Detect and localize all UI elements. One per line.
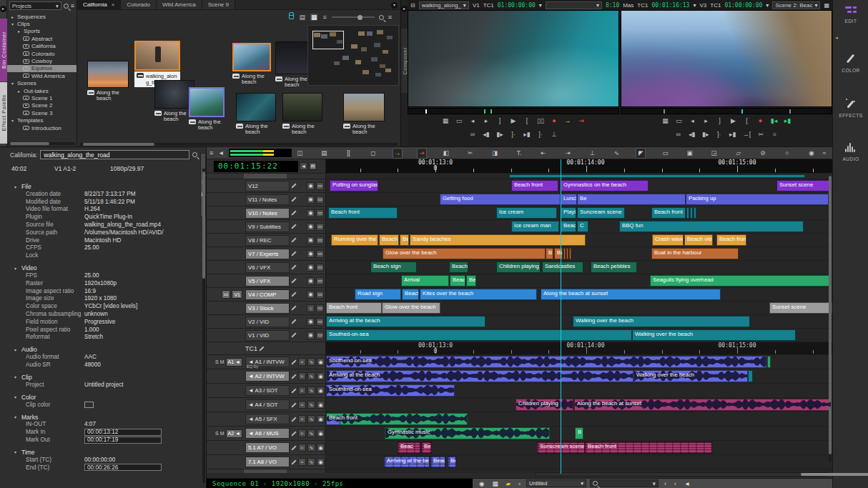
sidebar-item-introduction[interactable]: Introduction <box>7 124 77 131</box>
timeline-clip[interactable]: Children playing <box>516 399 573 411</box>
patch-box[interactable]: ▭ <box>222 290 231 299</box>
sidebar-item-wild-america[interactable]: Wild America <box>7 72 77 79</box>
timeline-clip[interactable]: Beach front <box>585 442 712 454</box>
sequence-dropdown[interactable]: Scene 2: Beac▾ <box>772 1 820 9</box>
timeline-clip[interactable] <box>569 248 571 259</box>
pencil-icon[interactable] <box>291 359 296 364</box>
tree-hscrollbar[interactable] <box>9 142 75 145</box>
pencil-icon[interactable] <box>291 319 296 324</box>
bin-tab-wild-america[interactable]: Wild America <box>157 0 202 9</box>
inspector-search-icon[interactable] <box>192 152 197 157</box>
record-track-icon[interactable]: ◉ <box>307 182 315 190</box>
record-transport-button[interactable]: ◂▮ <box>689 130 696 139</box>
monitor-track-icon[interactable]: ▭ <box>316 182 324 190</box>
patch-label[interactable]: M <box>220 431 225 436</box>
sidebar-item-clips[interactable]: ▾Clips <box>7 20 77 27</box>
record-track-icon[interactable]: ◉ <box>307 236 315 244</box>
timeline-clip[interactable]: Beach front <box>651 207 686 219</box>
record-transport-button[interactable]: ✂ <box>757 130 764 139</box>
pencil-icon[interactable] <box>291 402 296 407</box>
patch-box[interactable]: V1 <box>232 290 242 299</box>
bin-minimap[interactable] <box>307 25 399 86</box>
sidebar-item-colorado[interactable]: Colorado <box>7 50 77 57</box>
source-transport-button[interactable]: ▶ <box>510 116 517 125</box>
timeline-clip[interactable] <box>563 248 566 259</box>
sidebar-item-abstract[interactable]: Abstract <box>7 35 77 42</box>
panel-menu-icon[interactable]: ▸ <box>0 6 6 12</box>
timeline-tool-button[interactable]: ◧ <box>441 149 451 158</box>
grid-icon[interactable]: ▦ <box>824 2 829 9</box>
track-lane-V1[interactable]: Southed-on-seaWalking over the beach <box>326 329 832 342</box>
record-transport-button[interactable]: ∞ <box>675 130 682 139</box>
timeline-clip[interactable]: Be <box>448 456 456 468</box>
timeline-clip[interactable]: Sunset scene <box>776 180 832 191</box>
thumb-size-slider[interactable] <box>332 16 375 18</box>
step-back-icon[interactable]: ◄ <box>300 162 307 170</box>
dim-icon[interactable]: ▫ <box>516 480 523 487</box>
timeline-tool-button[interactable]: ⊘ <box>758 149 768 158</box>
monitor-track-icon[interactable]: ▭ <box>316 250 324 258</box>
record-transport-button[interactable]: ]· <box>716 130 723 139</box>
pencil-icon[interactable] <box>291 445 296 450</box>
back-icon[interactable]: ◄ <box>682 480 692 487</box>
timeline-clip[interactable]: C <box>577 221 588 232</box>
sidebar-item-scene-3[interactable]: Scene 3 <box>7 109 77 116</box>
section-header[interactable]: ▾Clip <box>7 374 200 381</box>
waveform-toggle-icon[interactable]: ≈ <box>298 401 306 409</box>
timeline-clip[interactable]: Southend-on-sea <box>326 384 455 397</box>
track-button-V6[interactable]: V6 / VFX <box>245 262 290 273</box>
monitor-track-icon[interactable]: ▭ <box>316 236 324 244</box>
pencil-icon[interactable] <box>291 278 296 283</box>
composer-menu-icon[interactable]: ⊟ <box>410 2 415 9</box>
timeline-clip[interactable]: Road sign <box>355 289 401 300</box>
timeline-clip[interactable] <box>686 207 689 219</box>
pencil-icon[interactable] <box>291 459 296 464</box>
timeline-tool-button[interactable]: ▣ <box>685 149 695 158</box>
timeline-clip[interactable]: Be <box>554 248 563 259</box>
timeline-clip[interactable]: BBQ fun <box>619 221 804 232</box>
timeline-clip[interactable]: Beac <box>398 442 420 454</box>
source-clip-dropdown[interactable]: walking_along_▾ <box>419 1 469 9</box>
automation-icon[interactable]: ∿ <box>307 429 315 437</box>
monitor-track-icon[interactable]: ◉ <box>317 415 325 423</box>
timeline-clip[interactable]: Seagulls flying overhead <box>650 275 831 287</box>
pencil-icon[interactable] <box>291 332 296 337</box>
source-transport-button[interactable]: ] <box>496 116 503 125</box>
speaker-icon[interactable]: ◄ <box>216 149 226 158</box>
search-icon[interactable] <box>64 4 69 9</box>
record-track-icon[interactable]: ◉ <box>307 209 315 217</box>
source-monitor[interactable] <box>408 10 619 107</box>
monitor-track-icon[interactable]: ◉ <box>317 387 325 394</box>
record-track-icon[interactable]: ◉ <box>307 332 315 339</box>
waveform-toggle-icon[interactable]: ≈ <box>298 458 306 466</box>
chevron-down-icon[interactable]: ▾ <box>766 2 769 9</box>
track-button-V8[interactable]: V8 / REC <box>245 235 290 246</box>
monitor-track-icon[interactable]: ▭ <box>316 304 324 312</box>
track-button-A3[interactable]: ◄ A3 / SOT <box>245 385 290 396</box>
source-transport-button[interactable]: ▸ <box>483 116 490 125</box>
waveform-toggle-icon[interactable]: ≈ <box>298 387 306 394</box>
automation-icon[interactable]: ∿ <box>307 415 315 423</box>
chevron-down-icon[interactable]: ▾ <box>13 449 18 454</box>
waveform-toggle-icon[interactable]: ≈ <box>298 415 306 423</box>
monitor-track-icon[interactable]: ◉ <box>317 358 325 366</box>
track-lane-A1[interactable]: Southend-on-sea <box>326 355 832 369</box>
bin-hscrollbar[interactable] <box>80 143 398 146</box>
timeline-vscrollbar[interactable] <box>829 176 832 462</box>
tree-caret-icon[interactable]: ▸ <box>16 29 21 34</box>
timeline-clip[interactable]: Suncream scene <box>577 207 625 219</box>
timeline-clip[interactable]: Arriving at the be <box>384 456 430 468</box>
record-transport-button[interactable]: ▭ <box>676 116 683 125</box>
record-transport-button[interactable]: [ <box>744 116 751 125</box>
automation-icon[interactable]: ∿ <box>307 358 315 366</box>
sidebar-item-effects[interactable]: EFFECTS <box>833 99 868 118</box>
waveform-toggle-icon[interactable]: ≈ <box>298 372 306 380</box>
clip-color-swatch[interactable] <box>84 402 94 408</box>
bin-clip-thumbnail[interactable] <box>343 93 385 121</box>
timeline-clip[interactable]: Kites over the beach <box>420 289 537 300</box>
chevron-down-icon[interactable]: ▾ <box>539 2 542 9</box>
bin-clip-thumbnail[interactable] <box>236 93 276 121</box>
source-transport-button[interactable]: ▭ <box>455 116 463 125</box>
timeline-clip[interactable]: Be <box>421 442 432 454</box>
timeline-tool-button[interactable]: ⇥ <box>563 149 573 158</box>
